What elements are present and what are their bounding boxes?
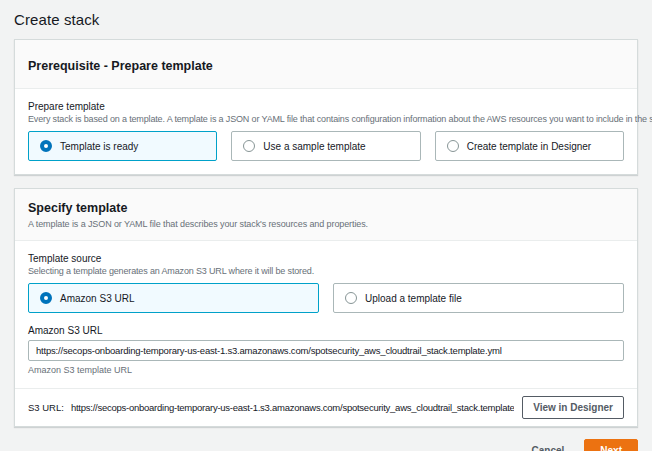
create-stack-page: Create stack Prerequisite - Prepare temp… (0, 0, 652, 451)
prerequisite-card: Prerequisite - Prepare template Prepare … (14, 39, 638, 175)
prerequisite-card-body: Prepare template Every stack is based on… (15, 89, 637, 174)
radio-selected-icon (40, 140, 52, 152)
specify-template-card-footer: S3 URL: https://secops-onboarding-tempor… (15, 388, 637, 426)
template-source-options: Amazon S3 URL Upload a template file (28, 283, 624, 313)
cancel-button[interactable]: Cancel (532, 441, 565, 451)
amazon-s3-url-input[interactable] (28, 340, 624, 361)
radio-tile-label: Upload a template file (365, 293, 462, 304)
radio-tile-template-is-ready[interactable]: Template is ready (28, 131, 217, 161)
radio-tile-upload-template-file[interactable]: Upload a template file (333, 283, 624, 313)
radio-unselected-icon (345, 292, 357, 304)
specify-template-card-body: Template source Selecting a template gen… (15, 241, 637, 388)
template-source-label: Template source (28, 253, 624, 264)
prerequisite-card-header: Prerequisite - Prepare template (15, 40, 637, 89)
s3-url-footer-value: https://secops-onboarding-temporary-us-e… (71, 402, 514, 413)
view-in-designer-button[interactable]: View in Designer (522, 396, 624, 419)
wizard-actions: Cancel Next (14, 427, 638, 451)
page-title: Create stack (14, 0, 638, 39)
prepare-template-description: Every stack is based on a template. A te… (28, 114, 624, 124)
radio-tile-label: Create template in Designer (467, 141, 592, 152)
specify-template-card-description: A template is a JSON or YAML file that d… (28, 219, 624, 229)
prepare-template-label: Prepare template (28, 101, 624, 112)
radio-unselected-icon (243, 140, 255, 152)
amazon-s3-url-label: Amazon S3 URL (28, 325, 624, 336)
radio-selected-icon (40, 292, 52, 304)
template-source-description: Selecting a template generates an Amazon… (28, 266, 624, 276)
amazon-s3-url-hint: Amazon S3 template URL (28, 365, 624, 375)
next-button[interactable]: Next (584, 439, 638, 451)
radio-tile-create-in-designer[interactable]: Create template in Designer (435, 131, 624, 161)
specify-template-card: Specify template A template is a JSON or… (14, 188, 638, 427)
specify-template-card-header: Specify template A template is a JSON or… (15, 189, 637, 241)
radio-tile-label: Template is ready (60, 141, 138, 152)
prepare-template-options: Template is ready Use a sample template … (28, 131, 624, 161)
radio-tile-label: Amazon S3 URL (60, 293, 134, 304)
prerequisite-card-title: Prerequisite - Prepare template (28, 59, 624, 73)
radio-tile-amazon-s3-url[interactable]: Amazon S3 URL (28, 283, 319, 313)
radio-unselected-icon (447, 140, 459, 152)
s3-url-footer-label: S3 URL: (28, 402, 64, 413)
radio-tile-label: Use a sample template (263, 141, 365, 152)
radio-tile-use-sample-template[interactable]: Use a sample template (231, 131, 420, 161)
specify-template-card-title: Specify template (28, 201, 624, 215)
